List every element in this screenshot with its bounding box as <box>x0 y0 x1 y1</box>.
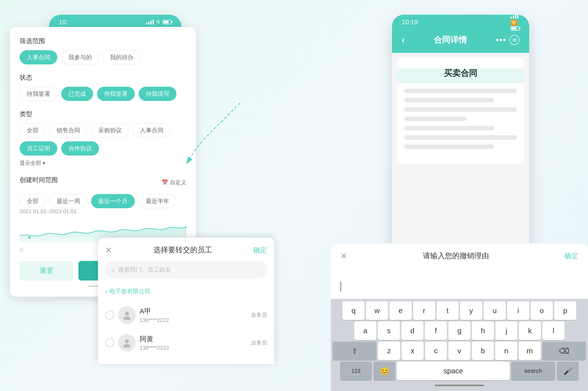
back-button[interactable]: ‹ <box>402 35 405 45</box>
tag-type-3[interactable]: 人事合同 <box>133 123 171 137</box>
key-v[interactable]: v <box>448 342 470 360</box>
tag-status-3[interactable]: 待我填写 <box>139 87 176 101</box>
target-icon-contract[interactable]: ⊙ <box>510 35 519 45</box>
contract-line <box>404 117 466 121</box>
tag-status-2[interactable]: 待我签署 <box>97 87 135 101</box>
key-m[interactable]: m <box>519 342 541 360</box>
key-z[interactable]: z <box>378 342 400 360</box>
employee-item-1[interactable]: 阿黄 138****2222 业务员 <box>105 329 267 357</box>
company-row[interactable]: ‹ 电子签有限公司 <box>105 284 267 299</box>
key-l[interactable]: l <box>542 321 565 340</box>
employee-item-0[interactable]: A甲 138****2222 业务员 <box>105 301 267 329</box>
modal-cancel-confirm[interactable]: 确定 <box>565 251 578 261</box>
key-o[interactable]: o <box>531 301 553 320</box>
key-i[interactable]: i <box>507 301 529 320</box>
key-search[interactable]: search <box>511 362 555 380</box>
svg-point-3 <box>125 312 129 315</box>
employee-search-placeholder: 搜索部门、员工姓名 <box>118 266 171 274</box>
keyboard-row-2: a s d f g h j k l <box>333 321 586 340</box>
key-mic[interactable]: 🎤 <box>557 362 579 380</box>
chevron-down-icon: ▾ <box>43 160 45 166</box>
employee-info-1: 阿黄 138****2222 <box>140 334 247 351</box>
avatar-icon-0 <box>122 310 132 320</box>
reset-button[interactable]: 重置 <box>20 261 74 281</box>
key-shift[interactable]: ⇧ <box>333 342 377 360</box>
avatar-icon-1 <box>122 338 132 348</box>
contract-line <box>404 107 517 112</box>
contract-line <box>404 89 517 93</box>
tag-scope-2[interactable]: 我的待办 <box>103 50 141 64</box>
keyboard-row-1: q w e r t y u i o p <box>333 301 586 320</box>
key-d[interactable]: d <box>401 321 423 340</box>
modal-close-btn[interactable]: ✕ <box>105 245 112 255</box>
tag-scope-1[interactable]: 我参与的 <box>61 50 99 64</box>
key-numbers[interactable]: 123 <box>340 362 372 380</box>
key-y[interactable]: y <box>460 301 482 320</box>
key-e[interactable]: e <box>390 301 412 320</box>
more-icon-contract[interactable] <box>496 39 506 41</box>
tag-scope-0[interactable]: 人事合同 <box>20 50 57 64</box>
tag-type-0[interactable]: 全部 <box>20 123 46 137</box>
key-h[interactable]: h <box>472 321 494 340</box>
employee-radio-0[interactable] <box>105 311 114 319</box>
key-g[interactable]: g <box>448 321 470 340</box>
modal-cancel-close[interactable]: ✕ <box>341 251 347 261</box>
tag-type-1[interactable]: 销售合同 <box>49 123 87 137</box>
svg-point-6 <box>123 344 130 348</box>
key-u[interactable]: u <box>484 301 506 320</box>
key-k[interactable]: k <box>519 321 541 340</box>
key-a[interactable]: a <box>354 321 376 340</box>
filter-tags-time: 全部 最近一周 最近一个月 最近半年 <box>20 194 186 208</box>
key-r[interactable]: r <box>413 301 435 320</box>
battery-icon-contract <box>511 26 519 31</box>
key-f[interactable]: f <box>425 321 447 340</box>
key-n[interactable]: n <box>495 342 517 360</box>
employee-avatar-0 <box>118 306 136 324</box>
modal-employee-confirm[interactable]: 确定 <box>253 245 267 255</box>
key-w[interactable]: w <box>366 301 388 320</box>
key-t[interactable]: t <box>437 301 459 320</box>
key-space[interactable]: space <box>397 362 510 380</box>
tag-time-2[interactable]: 最近一个月 <box>91 194 135 208</box>
employee-role-0: 业务员 <box>251 311 267 319</box>
input-cursor <box>341 282 341 292</box>
status-time-bg: 10: <box>59 18 68 26</box>
tag-time-1[interactable]: 最近一周 <box>49 194 87 208</box>
tag-time-0[interactable]: 全部 <box>20 194 46 208</box>
keyboard: q w e r t y u i o p a s d f g h j k l ⇧ … <box>331 299 588 391</box>
key-s[interactable]: s <box>378 321 400 340</box>
key-c[interactable]: c <box>425 342 447 360</box>
date-range-text: 2021.01.01–2023.01.01 <box>20 208 186 215</box>
show-all-toggle[interactable]: 显示全部 ▾ <box>20 160 186 167</box>
employee-radio-1[interactable] <box>105 338 114 347</box>
key-q[interactable]: q <box>343 301 365 320</box>
key-j[interactable]: j <box>495 321 517 340</box>
key-emoji[interactable]: 😊 <box>373 362 395 380</box>
key-p[interactable]: p <box>554 301 576 320</box>
tag-type-5[interactable]: 合作协议 <box>61 141 99 156</box>
key-x[interactable]: x <box>401 342 424 360</box>
cancel-input-area[interactable] <box>331 274 588 299</box>
key-backspace[interactable]: ⌫ <box>542 342 586 360</box>
contract-title: 买卖合同 <box>404 68 517 79</box>
contract-line <box>404 145 494 149</box>
filter-title-scope: 筛选范围 <box>20 37 186 45</box>
signal-icon-contract <box>511 15 519 19</box>
signal-icon <box>146 20 154 24</box>
keyboard-indicator <box>435 385 484 386</box>
filter-section-status: 状态 待我签署 已完成 待我签署 待我填写 <box>20 73 186 101</box>
battery-icon <box>163 20 172 24</box>
time-custom-btn[interactable]: 📅 自定义 <box>161 179 186 186</box>
filter-section-type: 类型 全部 销售合同 采购协议 人事合同 员工证明 合作协议 显示全部 ▾ <box>20 110 186 167</box>
tag-type-4[interactable]: 员工证明 <box>20 141 57 156</box>
contract-line <box>404 126 494 130</box>
tag-status-1[interactable]: 已完成 <box>61 87 93 101</box>
employee-search[interactable]: ⌕ 搜索部门、员工姓名 <box>105 261 267 279</box>
tag-type-2[interactable]: 采购协议 <box>91 123 129 137</box>
company-name: 电子签有限公司 <box>109 287 150 295</box>
tag-time-3[interactable]: 最近半年 <box>139 194 176 208</box>
chevron-left-icon: ‹ <box>105 288 107 295</box>
status-icons-contract: 🛜 <box>511 15 519 31</box>
tag-status-0[interactable]: 待我签署 <box>20 87 57 101</box>
key-b[interactable]: b <box>472 342 494 360</box>
